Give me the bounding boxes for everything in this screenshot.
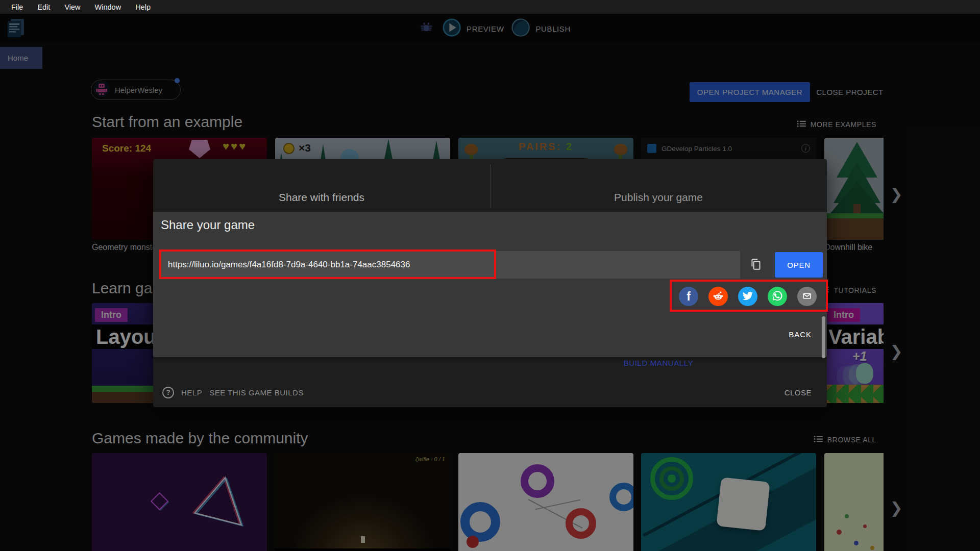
close-dialog-button[interactable]: CLOSE xyxy=(785,388,812,397)
email-icon xyxy=(801,290,813,304)
menu-edit[interactable]: Edit xyxy=(30,3,57,11)
copy-url-button[interactable] xyxy=(744,253,768,277)
open-game-button[interactable]: OPEN xyxy=(775,252,823,278)
build-manually-button[interactable]: BUILD MANUALLY xyxy=(490,359,827,367)
see-game-builds-button[interactable]: SEE THIS GAME BUILDS xyxy=(209,388,304,397)
tab-publish-your-game[interactable]: Publish your game xyxy=(490,159,827,212)
whatsapp-icon xyxy=(771,290,783,304)
help-button[interactable]: HELP xyxy=(181,388,202,397)
menu-window[interactable]: Window xyxy=(88,3,129,11)
share-panel-title: Share your game xyxy=(161,218,255,232)
share-panel: Share your game OPEN f xyxy=(153,212,827,357)
social-share-row: f xyxy=(679,287,817,306)
reddit-icon xyxy=(712,290,724,304)
twitter-share-button[interactable] xyxy=(738,287,757,306)
email-share-button[interactable] xyxy=(797,287,817,306)
game-url-input[interactable] xyxy=(161,251,740,279)
menu-file[interactable]: File xyxy=(4,3,30,11)
menu-view[interactable]: View xyxy=(57,3,87,11)
menu-help[interactable]: Help xyxy=(128,3,158,11)
twitter-icon xyxy=(742,290,754,304)
facebook-icon: f xyxy=(687,290,691,304)
copy-icon xyxy=(749,258,763,272)
tab-share-with-friends[interactable]: Share with friends xyxy=(153,159,490,212)
back-button[interactable]: BACK xyxy=(789,330,812,339)
share-dialog: Share with friends Publish your game Sha… xyxy=(153,159,827,407)
dialog-scrollbar-thumb[interactable] xyxy=(822,316,825,358)
dialog-actions-bar: ? HELP SEE THIS GAME BUILDS CLOSE xyxy=(153,378,827,407)
menubar: File Edit View Window Help xyxy=(0,0,980,14)
reddit-share-button[interactable] xyxy=(708,287,728,306)
whatsapp-share-button[interactable] xyxy=(768,287,787,306)
facebook-share-button[interactable]: f xyxy=(679,287,698,306)
tab-divider xyxy=(490,164,491,208)
help-icon: ? xyxy=(162,387,174,398)
